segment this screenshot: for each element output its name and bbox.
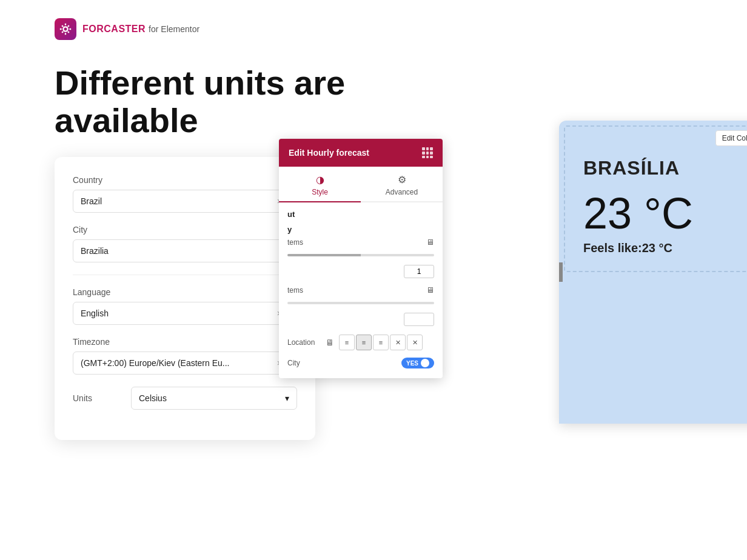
city-toggle[interactable]: YES	[401, 358, 434, 368]
style-icon: ◑	[316, 174, 324, 185]
country-field: Country Brazil × ▾	[73, 175, 297, 213]
items-row-1: tems 🖥	[287, 238, 434, 247]
items-label-tems-2: tems	[287, 286, 303, 295]
edit-panel-header: Edit Hourly forecast	[279, 139, 443, 167]
units-row: Units Celsius ▾	[73, 387, 297, 410]
city-label: City	[73, 225, 297, 235]
weather-feels-like: Feels like:23 °C	[583, 241, 747, 255]
align-center-btn[interactable]: ≡	[356, 335, 372, 350]
timezone-value: (GMT+2:00) Europe/Kiev (Eastern Eu...	[81, 358, 277, 368]
settings-form-card: Country Brazil × ▾ City Language English…	[55, 157, 315, 440]
toggle-yes-text: YES	[406, 360, 418, 367]
language-select[interactable]: English × ▾	[73, 302, 297, 325]
toggle-circle	[421, 359, 429, 367]
language-value: English	[81, 308, 277, 318]
advanced-icon: ⚙	[398, 174, 406, 185]
page-title: Different units are available	[55, 64, 388, 139]
city-input[interactable]	[73, 239, 297, 262]
number-input-1[interactable]	[404, 265, 434, 278]
weather-temperature: 23 °C	[583, 192, 747, 235]
tab-style[interactable]: ◑ Style	[279, 167, 361, 201]
logo-sub: for Elementor	[149, 24, 199, 34]
edit-column-button[interactable]: Edit Column	[715, 130, 747, 146]
city-toggle-label: City	[287, 359, 300, 367]
tab-style-label: Style	[312, 188, 328, 196]
panel-tabs: ◑ Style ⚙ Advanced	[279, 167, 443, 202]
panel-slider-2[interactable]	[287, 302, 434, 304]
collapse-arrow[interactable]: ‹	[559, 262, 563, 282]
svg-point-0	[63, 27, 67, 31]
grid-icon[interactable]	[422, 147, 433, 158]
city-toggle-row: City YES	[287, 355, 434, 371]
align-x1-btn[interactable]: ✕	[390, 335, 406, 350]
tab-advanced-label: Advanced	[386, 188, 418, 196]
main-content: Country Brazil × ▾ City Language English…	[0, 157, 747, 440]
monitor-icon-1: 🖥	[426, 238, 434, 247]
units-label: Units	[73, 393, 121, 403]
timezone-select[interactable]: (GMT+2:00) Europe/Kiev (Eastern Eu... × …	[73, 352, 297, 375]
units-field: Units Celsius ▾	[73, 387, 297, 410]
monitor-icon-2: 🖥	[426, 285, 434, 295]
items-label-tems: tems	[287, 238, 303, 247]
country-value: Brazil	[81, 196, 277, 206]
align-right-btn[interactable]: ≡	[373, 335, 389, 350]
items-row-2: tems 🖥	[287, 285, 434, 295]
units-select[interactable]: Celsius ▾	[131, 387, 297, 410]
items-label-y: y	[287, 225, 434, 234]
timezone-field: Timezone (GMT+2:00) Europe/Kiev (Eastern…	[73, 337, 297, 375]
location-label: Location	[287, 338, 321, 347]
units-chevron-icon: ▾	[285, 393, 289, 403]
units-value: Celsius	[139, 393, 167, 403]
logo-text: FORCASTER for Elementor	[82, 24, 199, 35]
timezone-label: Timezone	[73, 337, 297, 347]
country-select[interactable]: Brazil × ▾	[73, 190, 297, 213]
tab-advanced[interactable]: ⚙ Advanced	[361, 167, 443, 201]
number-input-2[interactable]	[404, 313, 434, 326]
logo-brand: FORCASTER	[82, 24, 146, 35]
language-label: Language	[73, 287, 297, 297]
logo-icon	[55, 18, 76, 40]
header: FORCASTER for Elementor	[0, 0, 747, 52]
panel-content: ut y tems 🖥 tems 🖥 Locat	[279, 202, 443, 378]
language-field: Language English × ▾	[73, 287, 297, 325]
city-field: City	[73, 225, 297, 262]
align-buttons: ≡ ≡ ≡ ✕ ✕	[339, 335, 423, 350]
panel-slider-1[interactable]	[287, 254, 434, 256]
edit-panel: Edit Hourly forecast ◑ Style ⚙ Advanced …	[279, 139, 443, 378]
country-label: Country	[73, 175, 297, 185]
weather-city-name: BRASÍLIA	[583, 157, 747, 179]
edit-panel-title: Edit Hourly forecast	[289, 148, 369, 158]
location-monitor-icon: 🖥	[326, 338, 334, 347]
location-row: Location 🖥 ≡ ≡ ≡ ✕ ✕	[287, 335, 434, 350]
align-left-btn[interactable]: ≡	[339, 335, 355, 350]
section-label-1: ut	[287, 210, 434, 219]
align-x2-btn[interactable]: ✕	[407, 335, 423, 350]
weather-preview-card: Edit Column ▣ ‹ BRASÍLIA 23 °C Feels lik…	[559, 121, 747, 424]
card-divider	[73, 275, 297, 275]
